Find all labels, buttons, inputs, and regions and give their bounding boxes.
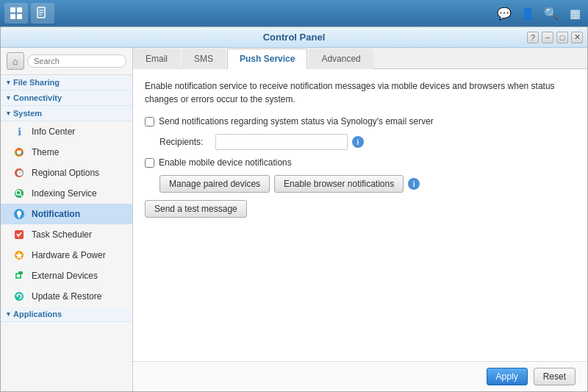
applications-label: Applications bbox=[13, 310, 62, 318]
content-description: Enable notification service to receive n… bbox=[145, 79, 576, 106]
window-controls: ? − □ ✕ bbox=[527, 32, 583, 43]
window-title-bar: Control Panel ? − □ ✕ bbox=[1, 27, 587, 48]
notification-label: Notification bbox=[32, 209, 80, 219]
mobile-notifications-checkbox[interactable] bbox=[145, 158, 154, 168]
content-body: Enable notification service to receive n… bbox=[133, 69, 587, 361]
tab-sms[interactable]: SMS bbox=[182, 49, 226, 69]
synology-email-checkbox-label[interactable]: Send notifications regarding system stat… bbox=[145, 116, 434, 126]
sidebar-section-applications: ▾ Applications bbox=[1, 307, 132, 322]
svg-rect-26 bbox=[18, 271, 23, 274]
sidebar-search-row: ⌂ bbox=[1, 48, 132, 75]
indexing-label: Indexing Service bbox=[32, 188, 97, 199]
sidebar-item-notification[interactable]: Notification bbox=[1, 204, 132, 224]
restore-button[interactable]: □ bbox=[556, 32, 568, 43]
theme-label: Theme bbox=[32, 147, 59, 157]
sidebar-item-indexing[interactable]: Indexing Service bbox=[1, 183, 132, 204]
taskbar-grid-icon[interactable] bbox=[4, 3, 28, 24]
regional-label: Regional Options bbox=[32, 168, 99, 178]
content-footer: Apply Reset bbox=[133, 361, 587, 391]
svg-text:🕐: 🕐 bbox=[16, 169, 24, 177]
window-title: Control Panel bbox=[263, 32, 326, 43]
control-panel-window: Control Panel ? − □ ✕ ⌂ ▾ File Sharing bbox=[0, 26, 588, 392]
chevron-down-icon-3: ▾ bbox=[7, 110, 10, 117]
tabs-bar: Email SMS Push Service Advanced bbox=[133, 48, 587, 69]
browser-info-icon[interactable]: i bbox=[408, 178, 420, 190]
svg-point-10 bbox=[18, 149, 21, 151]
help-button[interactable]: ? bbox=[527, 32, 539, 43]
menu-icon[interactable]: ▦ bbox=[566, 4, 584, 22]
sidebar-item-regional[interactable]: 🕐 Regional Options bbox=[1, 163, 132, 183]
manage-paired-devices-button[interactable]: Manage paired devices bbox=[159, 175, 270, 193]
sidebar: ⌂ ▾ File Sharing ▾ Connectivity bbox=[1, 48, 133, 391]
info-center-label: Info Center bbox=[32, 126, 75, 137]
connectivity-label: Connectivity bbox=[13, 93, 62, 102]
close-button[interactable]: ✕ bbox=[571, 32, 583, 43]
svg-rect-3 bbox=[17, 14, 22, 19]
svg-rect-1 bbox=[17, 7, 22, 13]
hardware-icon bbox=[12, 249, 26, 262]
send-test-message-button[interactable]: Send a test message bbox=[145, 200, 247, 218]
recipients-row: Recipients: i bbox=[159, 134, 576, 150]
theme-icon bbox=[12, 146, 26, 159]
svg-point-12 bbox=[15, 153, 18, 155]
user-icon[interactable]: 👤 bbox=[519, 4, 537, 22]
mobile-notifications-label[interactable]: Enable mobile device notifications bbox=[145, 157, 292, 168]
taskbar-file-icon[interactable] bbox=[31, 3, 54, 24]
main-content: Email SMS Push Service Advanced Enable n… bbox=[133, 48, 587, 391]
window-body: ⌂ ▾ File Sharing ▾ Connectivity bbox=[1, 48, 587, 391]
minimize-button[interactable]: − bbox=[542, 32, 553, 43]
sidebar-section-connectivity: ▾ Connectivity bbox=[1, 90, 132, 106]
tab-email[interactable]: Email bbox=[133, 49, 180, 69]
sidebar-item-hardware[interactable]: Hardware & Power bbox=[1, 245, 132, 266]
update-icon bbox=[12, 290, 26, 303]
recipients-info-icon[interactable]: i bbox=[352, 136, 364, 148]
external-icon bbox=[12, 269, 26, 282]
sidebar-item-theme[interactable]: Theme bbox=[1, 142, 132, 163]
svg-point-21 bbox=[18, 217, 20, 218]
svg-rect-0 bbox=[10, 7, 15, 13]
search-input[interactable] bbox=[27, 54, 126, 68]
sidebar-group-connectivity[interactable]: ▾ Connectivity bbox=[1, 90, 132, 106]
enable-browser-notifications-button[interactable]: Enable browser notifications bbox=[274, 175, 404, 193]
chat-icon[interactable]: 💬 bbox=[495, 4, 513, 22]
tab-advanced[interactable]: Advanced bbox=[309, 49, 373, 69]
external-label: External Devices bbox=[32, 271, 98, 281]
update-label: Update & Restore bbox=[32, 291, 101, 302]
regional-icon: 🕐 bbox=[12, 166, 26, 179]
test-message-row: Send a test message bbox=[145, 200, 576, 218]
file-sharing-label: File Sharing bbox=[13, 78, 60, 87]
recipients-input[interactable] bbox=[215, 134, 348, 150]
mobile-notifications-row: Enable mobile device notifications bbox=[145, 157, 576, 168]
sidebar-group-file-sharing[interactable]: ▾ File Sharing bbox=[1, 75, 132, 90]
svg-rect-2 bbox=[10, 14, 15, 19]
home-button[interactable]: ⌂ bbox=[7, 52, 24, 70]
chevron-down-icon-2: ▾ bbox=[7, 94, 10, 101]
task-label: Task Scheduler bbox=[32, 229, 92, 240]
system-label: System bbox=[13, 109, 42, 118]
task-icon bbox=[12, 228, 26, 241]
sidebar-group-system[interactable]: ▾ System bbox=[1, 106, 132, 121]
sidebar-item-info-center[interactable]: ℹ Info Center bbox=[1, 121, 132, 142]
svg-point-11 bbox=[21, 153, 23, 155]
recipients-label: Recipients: bbox=[159, 137, 211, 147]
mobile-notifications-text: Enable mobile device notifications bbox=[159, 157, 292, 168]
search-icon[interactable]: 🔍 bbox=[542, 4, 560, 22]
indexing-icon bbox=[12, 187, 26, 200]
hardware-label: Hardware & Power bbox=[32, 250, 106, 260]
svg-point-9 bbox=[17, 150, 21, 154]
sidebar-item-external[interactable]: External Devices bbox=[1, 266, 132, 286]
sidebar-item-task-scheduler[interactable]: Task Scheduler bbox=[1, 224, 132, 245]
sidebar-section-system: ▾ System ℹ Info Center bbox=[1, 106, 132, 307]
svg-point-28 bbox=[15, 292, 24, 301]
tab-push-service[interactable]: Push Service bbox=[227, 49, 307, 69]
reset-button[interactable]: Reset bbox=[534, 368, 576, 385]
sidebar-section-file-sharing: ▾ File Sharing bbox=[1, 75, 132, 90]
sidebar-group-applications[interactable]: ▾ Applications bbox=[1, 307, 132, 322]
sidebar-item-update[interactable]: Update & Restore bbox=[1, 286, 132, 307]
apply-button[interactable]: Apply bbox=[487, 368, 528, 385]
notification-icon bbox=[12, 207, 26, 221]
synology-email-label: Send notifications regarding system stat… bbox=[159, 116, 434, 126]
synology-email-checkbox[interactable] bbox=[145, 117, 154, 126]
taskbar-right: 💬 👤 🔍 ▦ bbox=[495, 4, 584, 22]
svg-point-19 bbox=[17, 211, 21, 216]
